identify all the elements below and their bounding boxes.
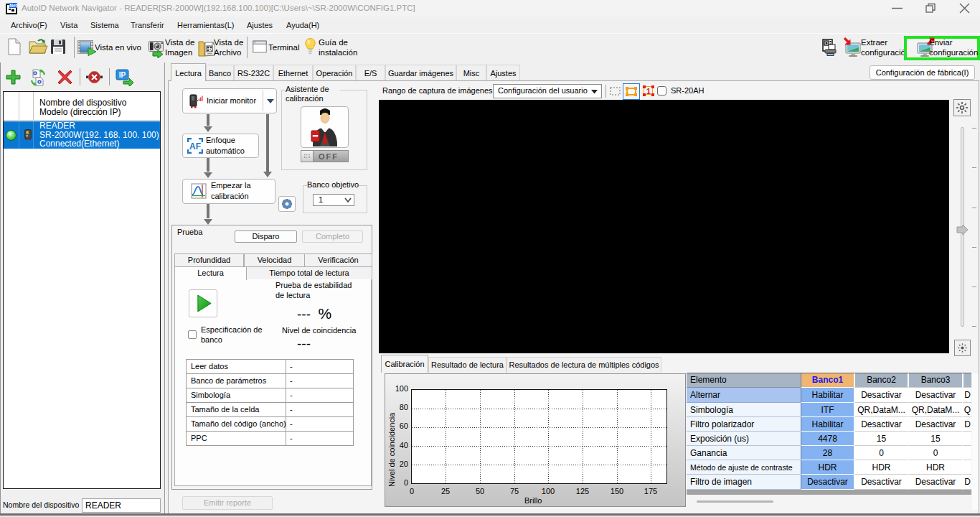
- svg-text:Net: Net: [9, 3, 17, 8]
- svg-text:AF: AF: [189, 141, 201, 152]
- svg-text:IP: IP: [119, 71, 126, 79]
